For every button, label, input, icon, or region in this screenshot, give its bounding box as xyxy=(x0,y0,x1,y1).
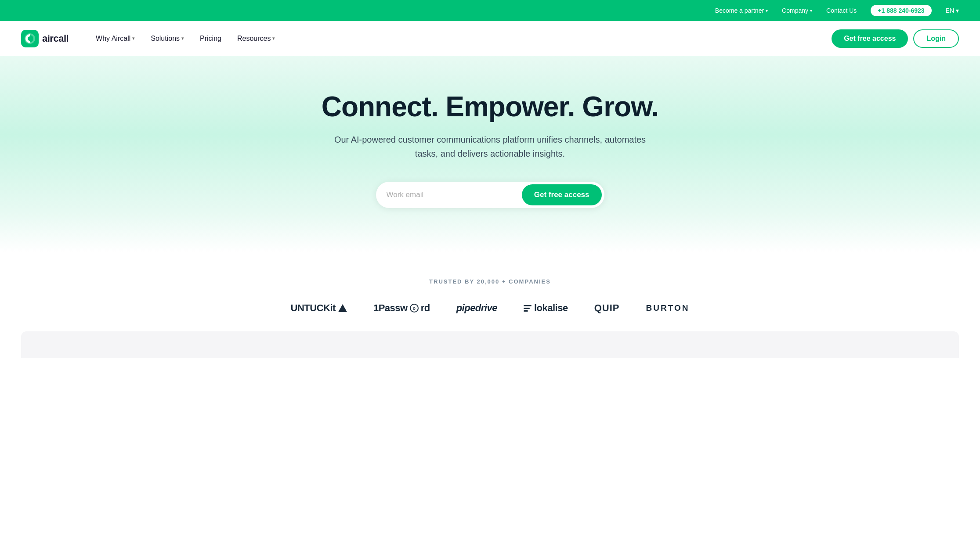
svg-rect-0 xyxy=(21,30,39,47)
burton-logo: BURTON xyxy=(646,303,689,313)
nav-resources[interactable]: Resources ▾ xyxy=(231,31,281,46)
company-link[interactable]: Company ▾ xyxy=(782,7,812,14)
resources-chevron-icon: ▾ xyxy=(272,36,275,41)
lokalise-icon xyxy=(524,305,532,312)
trusted-label: TRUSTED BY 20,000 + COMPANIES xyxy=(21,278,959,285)
language-selector[interactable]: EN ▾ xyxy=(946,7,959,14)
nav-pricing[interactable]: Pricing xyxy=(194,31,228,46)
trusted-logos: UNTUCKit 1Password pipedrive lokalise QU… xyxy=(21,302,959,314)
aircall-logo-icon xyxy=(21,30,39,47)
top-bar: Become a partner ▾ Company ▾ Contact Us … xyxy=(0,0,980,21)
nav-actions: Get free access Login xyxy=(832,29,959,48)
hero-email-input[interactable] xyxy=(387,190,522,199)
hero-email-form: Get free access xyxy=(376,182,604,208)
nav-solutions[interactable]: Solutions ▾ xyxy=(145,31,190,46)
nav-why-aircall[interactable]: Why Aircall ▾ xyxy=(90,31,141,46)
trusted-section: TRUSTED BY 20,000 + COMPANIES UNTUCKit 1… xyxy=(0,252,980,331)
lang-chevron-icon: ▾ xyxy=(956,7,959,14)
untuckit-logo: UNTUCKit xyxy=(291,302,347,314)
solutions-chevron-icon: ▾ xyxy=(181,36,184,41)
nav-links: Why Aircall ▾ Solutions ▾ Pricing Resour… xyxy=(90,31,832,46)
logo-link[interactable]: aircall xyxy=(21,30,69,47)
phone-button[interactable]: +1 888 240-6923 xyxy=(871,5,931,16)
hero-subtitle: Our AI-powered customer communications p… xyxy=(323,133,657,161)
company-chevron-icon: ▾ xyxy=(810,8,812,13)
contact-us-link[interactable]: Contact Us xyxy=(826,7,857,14)
lokalise-logo: lokalise xyxy=(524,302,568,314)
main-nav: aircall Why Aircall ▾ Solutions ▾ Pricin… xyxy=(0,21,980,56)
bottom-section-hint xyxy=(21,331,959,358)
partner-chevron-icon: ▾ xyxy=(766,8,768,13)
hero-section: Connect. Empower. Grow. Our AI-powered c… xyxy=(0,56,980,252)
untuckit-triangle-icon xyxy=(338,304,347,312)
1password-circle-icon: o xyxy=(410,304,419,312)
logo-text: aircall xyxy=(42,33,69,44)
why-aircall-chevron-icon: ▾ xyxy=(132,36,135,41)
nav-get-free-access-button[interactable]: Get free access xyxy=(832,29,908,48)
pipedrive-logo: pipedrive xyxy=(456,302,497,314)
nav-login-button[interactable]: Login xyxy=(913,29,959,48)
become-partner-link[interactable]: Become a partner ▾ xyxy=(715,7,768,14)
quip-logo: QUIP xyxy=(594,302,620,314)
hero-title: Connect. Empower. Grow. xyxy=(21,91,959,122)
1password-logo: 1Password xyxy=(373,302,430,314)
hero-get-free-access-button[interactable]: Get free access xyxy=(522,184,602,205)
